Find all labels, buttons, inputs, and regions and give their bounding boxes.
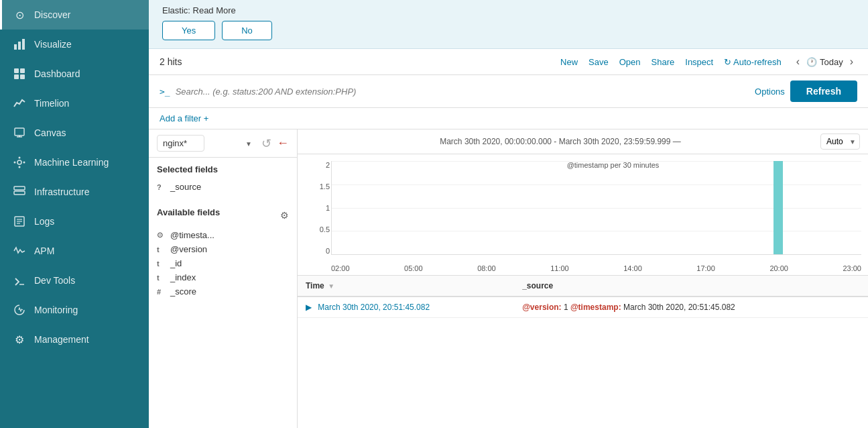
field-type-question: ?	[157, 183, 166, 191]
field-name-timestamp: @timesta...	[170, 230, 214, 240]
svg-point-10	[17, 160, 21, 164]
chart-bar-40	[773, 161, 783, 254]
selected-fields-title: Selected fields	[157, 164, 289, 174]
today-button[interactable]: 🕐 Today	[806, 57, 843, 67]
open-button[interactable]: Open	[619, 57, 641, 67]
index-select[interactable]: nginx*	[157, 135, 204, 152]
time-range-text: March 30th 2020, 00:00:00.000 - March 30…	[306, 137, 815, 146]
expand-icon[interactable]: ▶	[306, 303, 312, 312]
field-source[interactable]: ? _source	[157, 180, 289, 194]
sidebar-item-dev-tools[interactable]: Dev Tools	[0, 266, 149, 295]
sidebar-item-label: Timelion	[34, 98, 69, 109]
x-label-05: 05:00	[404, 264, 423, 272]
sidebar-item-label: Dev Tools	[34, 275, 75, 286]
selected-fields-section: Selected fields ? _source	[149, 158, 297, 201]
svg-point-12	[19, 166, 21, 168]
toolbar: 2 hits New Save Open Share Inspect ↻ Aut…	[149, 49, 868, 75]
sidebar-item-apm[interactable]: APM	[0, 236, 149, 266]
available-fields-section: Available fields ⚙ ⊙ @timesta... t @vers…	[149, 201, 297, 305]
y-label-1: 1	[326, 204, 330, 212]
x-label-14: 14:00	[623, 264, 642, 272]
dashboard-icon	[13, 67, 26, 81]
svg-rect-3	[14, 68, 19, 73]
save-button[interactable]: Save	[588, 57, 609, 67]
infrastructure-icon	[13, 185, 26, 199]
management-icon: ⚙	[13, 333, 26, 346]
options-link[interactable]: Options	[755, 87, 785, 97]
index-reset-button[interactable]: ↺	[261, 136, 271, 151]
source-column-header: _source	[514, 276, 868, 297]
sidebar-item-monitoring[interactable]: Monitoring	[0, 295, 149, 325]
field-index[interactable]: t _index	[157, 270, 289, 284]
svg-rect-16	[14, 191, 25, 195]
chart-x-labels: 02:00 05:00 08:00 11:00 14:00 17:00 20:0…	[331, 264, 861, 272]
sidebar-item-timelion[interactable]: Timelion	[0, 89, 149, 118]
sidebar-item-label: Monitoring	[34, 305, 78, 315]
sort-icon: ▼	[328, 282, 334, 290]
sidebar-item-management[interactable]: ⚙ Management	[0, 325, 149, 354]
sidebar-item-label: Canvas	[34, 127, 66, 138]
field-type-t2: t	[157, 260, 166, 268]
gear-icon[interactable]: ⚙	[280, 210, 289, 221]
next-arrow[interactable]: ›	[846, 54, 857, 69]
svg-point-13	[14, 162, 16, 164]
table-header-row: Time ▼ _source	[298, 276, 868, 297]
source-key-timestamp: @timestamp:	[570, 303, 621, 312]
search-input[interactable]	[176, 87, 749, 97]
svg-point-11	[19, 157, 21, 159]
y-label-0: 0	[326, 247, 330, 255]
x-label-17: 17:00	[696, 264, 715, 272]
prev-arrow[interactable]: ‹	[792, 54, 804, 69]
sidebar-item-machine-learning[interactable]: Machine Learning	[0, 148, 149, 177]
sidebar-item-discover[interactable]: ⊙ Discover	[0, 0, 149, 30]
auto-select[interactable]: Auto 5s 10s 30s 1m 5m	[820, 133, 860, 150]
field-id[interactable]: t _id	[157, 256, 289, 270]
search-row: >_ Options Refresh	[149, 75, 868, 108]
source-val-version: 1	[564, 303, 570, 312]
field-version[interactable]: t @version	[157, 242, 289, 256]
svg-rect-0	[14, 44, 17, 50]
x-label-02: 02:00	[331, 264, 350, 272]
sidebar: ⊙ Discover Visualize Dashboard Timelion …	[0, 0, 149, 428]
svg-rect-4	[20, 68, 25, 73]
chart-y-axis: 2 1.5 1 0.5 0	[304, 161, 330, 255]
y-label-05: 0.5	[320, 225, 330, 233]
new-button[interactable]: New	[560, 57, 578, 67]
field-type-clock: ⊙	[157, 231, 166, 239]
yes-button[interactable]: Yes	[162, 21, 215, 40]
refresh-button[interactable]: Refresh	[790, 81, 857, 102]
field-name-version: @version	[170, 244, 207, 254]
source-val-timestamp: March 30th 2020, 20:51:45.082	[623, 303, 735, 312]
table-row: ▶ March 30th 2020, 20:51:45.082 @version…	[298, 297, 868, 318]
field-score[interactable]: # _score	[157, 284, 289, 299]
visualize-icon	[13, 38, 26, 51]
add-filter-link[interactable]: Add a filter +	[160, 113, 208, 123]
sidebar-item-dashboard[interactable]: Dashboard	[0, 59, 149, 89]
dev-tools-icon	[13, 274, 26, 287]
svg-rect-2	[22, 39, 25, 50]
share-button[interactable]: Share	[652, 57, 675, 67]
svg-rect-1	[18, 42, 21, 50]
field-type-t1: t	[157, 246, 166, 254]
sidebar-item-infrastructure[interactable]: Infrastructure	[0, 177, 149, 207]
timelion-icon	[13, 97, 26, 110]
red-arrow-right-icon: ←	[277, 136, 289, 150]
no-button[interactable]: No	[222, 21, 272, 40]
auto-refresh-button[interactable]: ↻ Auto-refresh	[724, 57, 781, 67]
source-key-version: @version:	[522, 303, 561, 312]
sidebar-item-label: Infrastructure	[34, 186, 89, 197]
table-area[interactable]: Time ▼ _source ▶ March 30th	[298, 275, 868, 428]
x-label-11: 11:00	[550, 264, 569, 272]
inspect-button[interactable]: Inspect	[685, 57, 713, 67]
time-column-header[interactable]: Time ▼	[298, 276, 514, 297]
sidebar-item-logs[interactable]: Logs	[0, 207, 149, 236]
filter-row: Add a filter +	[149, 108, 868, 129]
hits-count: 2 hits	[160, 56, 182, 67]
sidebar-item-visualize[interactable]: Visualize	[0, 30, 149, 59]
row-source-cell: @version: 1 @timestamp: March 30th 2020,…	[514, 297, 868, 318]
field-timestamp[interactable]: ⊙ @timesta...	[157, 228, 289, 242]
clock-icon: 🕐	[806, 57, 817, 67]
available-fields-header: Available fields ⚙	[157, 207, 289, 223]
content-area: nginx* ▼ ↺ ← Selected fields ? _source A…	[149, 129, 868, 428]
sidebar-item-canvas[interactable]: Canvas	[0, 118, 149, 148]
